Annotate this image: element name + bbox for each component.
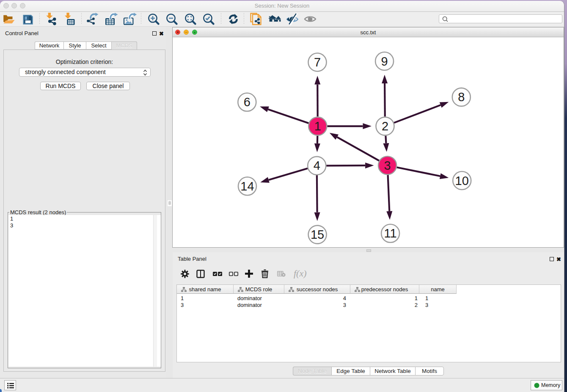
svg-text:3: 3 — [384, 159, 391, 172]
svg-text:11: 11 — [384, 226, 397, 240]
svg-text:6: 6 — [244, 95, 250, 109]
svg-text:14: 14 — [240, 179, 254, 193]
svg-text:2: 2 — [382, 119, 388, 133]
svg-text:8: 8 — [458, 90, 465, 104]
svg-text:7: 7 — [314, 55, 321, 69]
svg-text:1: 1 — [314, 119, 321, 133]
svg-text:4: 4 — [314, 159, 320, 172]
svg-text:15: 15 — [311, 228, 324, 241]
svg-text:10: 10 — [455, 174, 469, 188]
svg-text:9: 9 — [381, 55, 388, 68]
